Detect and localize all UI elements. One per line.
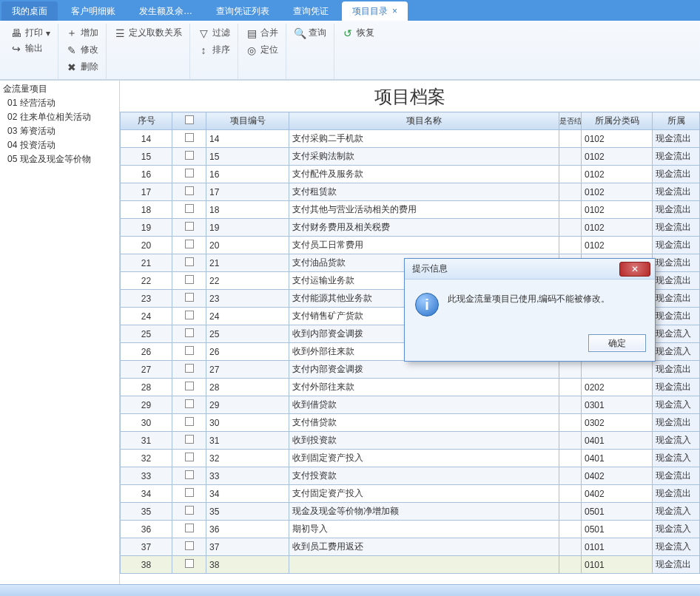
- table-row[interactable]: 1515支付采购法制款0102现金流出: [121, 148, 700, 166]
- cell-class: 0202: [582, 379, 653, 396]
- col-class[interactable]: 所属分类码: [582, 112, 653, 130]
- cell-checkbox[interactable]: [172, 396, 206, 414]
- cell-checkbox[interactable]: [172, 556, 206, 574]
- cell-checkbox[interactable]: [172, 343, 206, 361]
- cell-checkbox[interactable]: [172, 183, 206, 201]
- table-row[interactable]: 3333支付投资款0402现金流出: [121, 467, 700, 485]
- cell-checkbox[interactable]: [172, 130, 206, 148]
- sort-button[interactable]: ↕ 排序: [195, 42, 233, 58]
- cell-checkbox[interactable]: [172, 503, 206, 521]
- cell-settle: [559, 396, 582, 414]
- tree-root-node[interactable]: 金流量项目: [1, 82, 118, 96]
- cell-checkbox[interactable]: [172, 219, 206, 237]
- cell-class: 0101: [582, 538, 653, 556]
- cell-checkbox[interactable]: [172, 521, 206, 538]
- table-row[interactable]: 3232收到固定资产投入0401现金流入: [121, 450, 700, 467]
- cell-checkbox[interactable]: [172, 379, 206, 396]
- col-seq[interactable]: 序号: [121, 112, 172, 130]
- cell-checkbox[interactable]: [172, 272, 206, 290]
- output-button[interactable]: ↪ 输出: [7, 41, 53, 56]
- cell-checkbox[interactable]: [172, 325, 206, 343]
- cell-code: 25: [206, 325, 289, 343]
- cell-checkbox[interactable]: [172, 361, 206, 379]
- locate-button[interactable]: ◎ 定位: [243, 42, 281, 58]
- cell-checkbox[interactable]: [172, 290, 206, 308]
- cell-checkbox[interactable]: [172, 467, 206, 485]
- col-checkbox[interactable]: [172, 112, 206, 130]
- cell-checkbox[interactable]: [172, 308, 206, 325]
- table-row[interactable]: 1919支付财务费用及相关税费0102现金流出: [121, 219, 700, 237]
- modify-icon: ✎: [66, 44, 78, 56]
- tab-5[interactable]: 项目目录×: [342, 1, 408, 21]
- table-row[interactable]: 2727支付内部资金调拨现金流出: [121, 361, 700, 379]
- table-row[interactable]: 1616支付配件及服务款0102现金流出: [121, 166, 700, 183]
- cell-checkbox[interactable]: [172, 414, 206, 432]
- table-row[interactable]: 3636期初导入0501现金流入: [121, 521, 700, 538]
- table-row[interactable]: 3535现金及现金等价物净增加额0501现金流入: [121, 503, 700, 521]
- restore-button[interactable]: ↺ 恢复: [339, 25, 377, 41]
- tree-node-1[interactable]: 02 往来单位相关活动: [1, 110, 118, 124]
- col-type[interactable]: 所属: [653, 112, 700, 130]
- table-row[interactable]: 3030支付借贷款0302现金流出: [121, 414, 700, 432]
- cell-checkbox[interactable]: [172, 432, 206, 450]
- table-row[interactable]: 2828支付外部往来款0202现金流出: [121, 379, 700, 396]
- col-name[interactable]: 项目名称: [289, 112, 559, 130]
- print-button[interactable]: 🖶 打印 ▾: [7, 25, 53, 41]
- cell-checkbox[interactable]: [172, 538, 206, 556]
- cell-type: 现金流出: [653, 467, 700, 485]
- dialog-close-button[interactable]: ✕: [619, 262, 650, 277]
- add-button[interactable]: ＋ 增加: [63, 25, 101, 41]
- query-button[interactable]: 🔍 查询: [291, 25, 329, 41]
- tab-2[interactable]: 发生额及余…: [129, 1, 203, 21]
- define-button[interactable]: ☰ 定义取数关系: [111, 25, 185, 41]
- tree-node-0[interactable]: 01 经营活动: [1, 96, 118, 110]
- tab-3[interactable]: 查询凭证列表: [206, 1, 280, 21]
- table-row[interactable]: 1414支付采购二手机款0102现金流出: [121, 130, 700, 148]
- cell-code: 21: [206, 254, 289, 272]
- table-row[interactable]: 3131收到投资款0401现金流入: [121, 432, 700, 450]
- cell-code: 35: [206, 503, 289, 521]
- tree-node-4[interactable]: 05 现金及现金等价物: [1, 152, 118, 166]
- header-checkbox[interactable]: [185, 115, 194, 124]
- cell-code: 30: [206, 414, 289, 432]
- modify-button[interactable]: ✎ 修改: [63, 42, 101, 58]
- cell-checkbox[interactable]: [172, 237, 206, 254]
- col-code[interactable]: 项目编号: [206, 112, 289, 130]
- close-icon[interactable]: ×: [392, 6, 397, 16]
- cell-seq: 32: [121, 450, 172, 467]
- filter-button[interactable]: ▽ 过滤: [195, 25, 233, 41]
- cell-checkbox[interactable]: [172, 148, 206, 166]
- cell-checkbox[interactable]: [172, 450, 206, 467]
- table-row[interactable]: 1717支付租赁款0102现金流出: [121, 183, 700, 201]
- table-row[interactable]: 1818支付其他与营业活动相关的费用0102现金流出: [121, 201, 700, 219]
- col-settle[interactable]: 是否结算: [559, 112, 582, 130]
- cell-seq: 21: [121, 254, 172, 272]
- modify-label: 修改: [81, 44, 98, 56]
- cell-class: 0102: [582, 166, 653, 183]
- cell-class: 0401: [582, 432, 653, 450]
- tree-node-3[interactable]: 04 投资活动: [1, 138, 118, 152]
- table-row[interactable]: 2929收到借贷款0301现金流入: [121, 396, 700, 414]
- close-icon: ✕: [631, 264, 639, 274]
- merge-label: 合并: [260, 27, 278, 39]
- tree-node-2[interactable]: 03 筹资活动: [1, 124, 118, 138]
- table-row[interactable]: 2020支付员工日常费用0102现金流出: [121, 237, 700, 254]
- tab-strip: 我的桌面客户明细账发生额及余…查询凭证列表查询凭证项目目录×: [0, 0, 700, 21]
- cell-type: 现金流出: [653, 485, 700, 503]
- cell-checkbox[interactable]: [172, 166, 206, 183]
- cell-code: 37: [206, 538, 289, 556]
- table-row[interactable]: 3737收到员工费用返还0101现金流入: [121, 538, 700, 556]
- cell-checkbox[interactable]: [172, 201, 206, 219]
- table-row[interactable]: 38380101现金流出: [121, 556, 700, 574]
- tab-0[interactable]: 我的桌面: [1, 1, 58, 21]
- tab-4[interactable]: 查询凭证: [283, 1, 339, 21]
- cell-checkbox[interactable]: [172, 485, 206, 503]
- cell-checkbox[interactable]: [172, 254, 206, 272]
- merge-button[interactable]: ▤ 合并: [243, 25, 281, 41]
- tab-1[interactable]: 客户明细账: [61, 1, 126, 21]
- delete-button[interactable]: ✖ 删除: [63, 59, 101, 75]
- page-title: 项目档案: [120, 81, 700, 112]
- dialog-ok-button[interactable]: 确定: [588, 334, 646, 352]
- cell-type: 现金流出: [653, 219, 700, 237]
- table-row[interactable]: 3434支付固定资产投入0402现金流出: [121, 485, 700, 503]
